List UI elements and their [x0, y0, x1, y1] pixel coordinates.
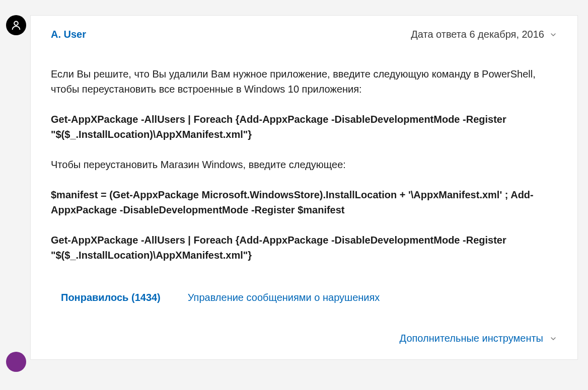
answer-header: A. User Дата ответа 6 декабря, 2016 — [51, 29, 557, 40]
like-button[interactable]: Понравилось (1434) — [61, 292, 161, 303]
person-icon — [11, 20, 22, 31]
svg-point-0 — [14, 21, 18, 25]
body-command: Get-AppXPackage -AllUsers | Foreach {Add… — [51, 232, 557, 263]
chevron-down-icon — [549, 335, 557, 343]
reply-date-toggle[interactable]: Дата ответа 6 декабря, 2016 — [411, 29, 557, 40]
author-link[interactable]: A. User — [51, 29, 86, 40]
more-tools-toggle[interactable]: Дополнительные инструменты — [51, 333, 557, 344]
answer-body: Если Вы решите, что Вы удалили Вам нужно… — [51, 66, 557, 263]
avatar[interactable] — [6, 352, 26, 372]
answer-card: A. User Дата ответа 6 декабря, 2016 Если… — [30, 15, 578, 360]
more-tools-label: Дополнительные инструменты — [400, 333, 543, 344]
chevron-down-icon — [549, 31, 557, 39]
body-paragraph: Чтобы переустановить Магазин Windows, вв… — [51, 157, 557, 172]
answer-actions: Понравилось (1434) Управление сообщениям… — [51, 292, 557, 303]
report-abuse-button[interactable]: Управление сообщениями о нарушениях — [188, 292, 380, 303]
body-command: $manifest = (Get-AppxPackage Microsoft.W… — [51, 187, 557, 217]
avatar[interactable] — [6, 15, 26, 35]
body-paragraph: Если Вы решите, что Вы удалили Вам нужно… — [51, 66, 557, 97]
body-command: Get-AppXPackage -AllUsers | Foreach {Add… — [51, 112, 557, 142]
reply-date-label: Дата ответа 6 декабря, 2016 — [411, 29, 544, 40]
